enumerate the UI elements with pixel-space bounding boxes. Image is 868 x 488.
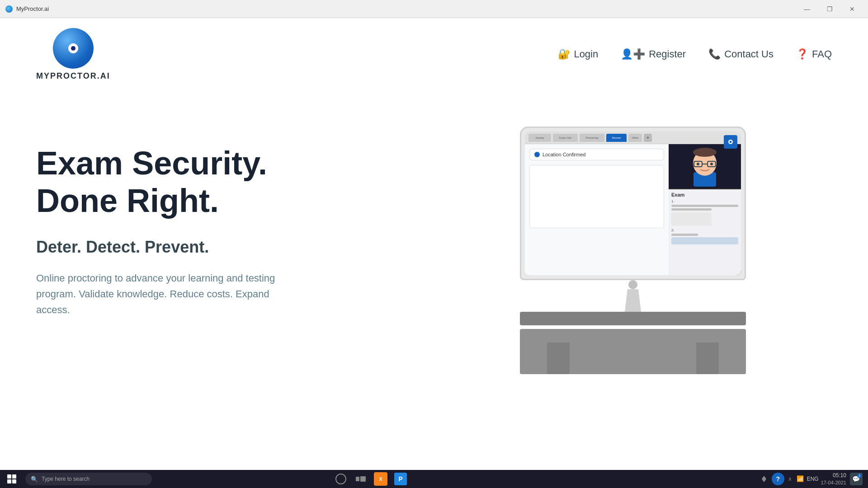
clock-date: 17-04-2021: [821, 479, 846, 486]
p-app-taskbar-icon[interactable]: P: [392, 471, 409, 487]
faq-icon: ❓: [796, 48, 808, 60]
exam-panel: Exam 1. 2.: [669, 189, 741, 275]
language-text: ENG: [807, 476, 819, 482]
faq-nav-link[interactable]: ❓ FAQ: [796, 48, 832, 60]
tab-review: Review: [606, 134, 627, 142]
monitor-body: Activity Exam Info Proctoring Review Oth…: [520, 127, 746, 280]
notification-badge: 2: [857, 474, 862, 478]
nav-links: 🔐 Login 👤➕ Register 📞 Contact Us ❓ FAQ: [558, 48, 832, 60]
hero-body-text: Online proctoring to advance your learni…: [36, 270, 298, 318]
logo-circle: [53, 28, 94, 69]
wifi-icon[interactable]: 📶: [796, 474, 805, 483]
contact-nav-link[interactable]: 📞 Contact Us: [708, 48, 774, 60]
desk-leg-right: [696, 343, 719, 374]
window-title-area: MyProctor.ai: [5, 5, 49, 13]
monitor-base: [520, 312, 746, 325]
main-window: MYPROCTOR.AI 🔐 Login 👤➕ Register 📞 Conta…: [0, 18, 868, 470]
logo-area: MYPROCTOR.AI: [36, 28, 110, 81]
hero-subheadline: Deter. Detect. Prevent.: [36, 238, 434, 257]
scroll-down-icon: [762, 479, 766, 482]
monitor-power-button: [628, 280, 637, 289]
svg-point-8: [710, 163, 713, 165]
monitor-stand: [619, 289, 646, 312]
monitor-bottom: [520, 280, 746, 374]
windows-logo-icon: [7, 474, 16, 483]
wifi-symbol: 📶: [797, 475, 804, 482]
login-nav-link[interactable]: 🔐 Login: [558, 48, 598, 60]
browser-bar: Activity Exam Info Proctoring Review Oth…: [525, 131, 741, 144]
desk-surface: [520, 329, 746, 374]
notification-center-button[interactable]: 💬 2: [850, 473, 863, 485]
register-label: Register: [649, 48, 686, 60]
search-icon: 🔍: [31, 476, 38, 483]
logo-text: MYPROCTOR.AI: [36, 71, 110, 81]
svg-point-11: [730, 141, 732, 143]
exam-line-3: [671, 234, 698, 236]
monitor-illustration: Activity Exam Info Proctoring Review Oth…: [520, 127, 746, 374]
register-icon: 👤➕: [621, 48, 645, 60]
hero-headline-line1: Exam Security.: [36, 145, 267, 181]
desk-leg-left: [547, 343, 570, 374]
location-check-icon: [534, 152, 540, 157]
taskbar-center-icons: X P: [324, 471, 418, 487]
task-view-button[interactable]: [353, 471, 369, 487]
location-text: Location Confirmed: [542, 152, 585, 157]
tab-add-button[interactable]: +: [644, 134, 652, 142]
taskbar-right: ? ∧ 📶 ENG 05:10 17-04-2021 💬 2: [762, 472, 868, 486]
tab-examinfo: Exam Info: [553, 134, 578, 142]
language-indicator[interactable]: ENG: [808, 474, 817, 483]
tab-other: Other: [628, 134, 642, 142]
hero-text: Exam Security. Done Right. Deter. Detect…: [36, 117, 434, 318]
help-app-icon[interactable]: ?: [772, 473, 784, 485]
tab-proctoring: Proctoring: [580, 134, 604, 142]
avatar-area: [669, 144, 741, 189]
window-title-text: MyProctor.ai: [16, 5, 49, 12]
proctor-icon: [724, 135, 737, 149]
window-controls: — ❐ ✕: [797, 2, 863, 16]
logo-eye-icon: [68, 43, 78, 53]
taskbar-search[interactable]: 🔍 Type here to search: [25, 473, 152, 485]
close-button[interactable]: ✕: [842, 2, 863, 16]
monitor-screen: Activity Exam Info Proctoring Review Oth…: [525, 131, 741, 275]
register-nav-link[interactable]: 👤➕ Register: [621, 48, 686, 60]
hero-section: Exam Security. Done Right. Deter. Detect…: [0, 90, 868, 470]
tab-activity: Activity: [528, 134, 551, 142]
maximize-button[interactable]: ❐: [819, 2, 840, 16]
contact-icon: 📞: [708, 48, 721, 60]
task-view-icon: [356, 476, 366, 482]
show-hidden-icons-button[interactable]: ∧: [788, 476, 792, 482]
minimize-button[interactable]: —: [797, 2, 817, 16]
p-app-icon: P: [394, 473, 407, 485]
login-icon: 🔐: [558, 48, 570, 60]
proctor-eye-icon: [726, 137, 735, 146]
xampp-taskbar-icon[interactable]: X: [373, 471, 389, 487]
faq-label: FAQ: [812, 48, 832, 60]
taskbar: 🔍 Type here to search X P: [0, 470, 868, 488]
hero-headline-line2: Done Right.: [36, 183, 219, 219]
avatar-svg: [687, 146, 723, 187]
start-button[interactable]: [0, 470, 24, 488]
screen-left-panel: Location Confirmed: [525, 144, 669, 275]
svg-point-7: [697, 163, 699, 165]
navbar: MYPROCTOR.AI 🔐 Login 👤➕ Register 📞 Conta…: [0, 18, 868, 90]
contact-label: Contact Us: [724, 48, 774, 60]
search-placeholder-text: Type here to search: [42, 476, 90, 482]
cortana-icon: [335, 474, 346, 484]
screen-right-panel: Exam 1. 2.: [669, 144, 741, 275]
hero-headline: Exam Security. Done Right.: [36, 145, 434, 220]
screen-content: Location Confirmed: [525, 144, 741, 275]
cortana-button[interactable]: [333, 471, 349, 487]
exam-line-2: [671, 208, 712, 211]
system-clock[interactable]: 05:10 17-04-2021: [821, 472, 846, 486]
xampp-icon: X: [374, 472, 387, 486]
window-chrome: MyProctor.ai — ❐ ✕: [0, 0, 868, 18]
scroll-arrows: [762, 476, 766, 482]
window-favicon: [5, 5, 13, 13]
svg-point-3: [693, 148, 717, 157]
location-badge: Location Confirmed: [529, 149, 664, 160]
exam-line-1: [671, 205, 738, 207]
exam-panel-title: Exam: [671, 192, 738, 197]
clock-time: 05:10: [833, 472, 846, 479]
hero-image: Activity Exam Info Proctoring Review Oth…: [434, 117, 832, 374]
login-label: Login: [574, 48, 598, 60]
